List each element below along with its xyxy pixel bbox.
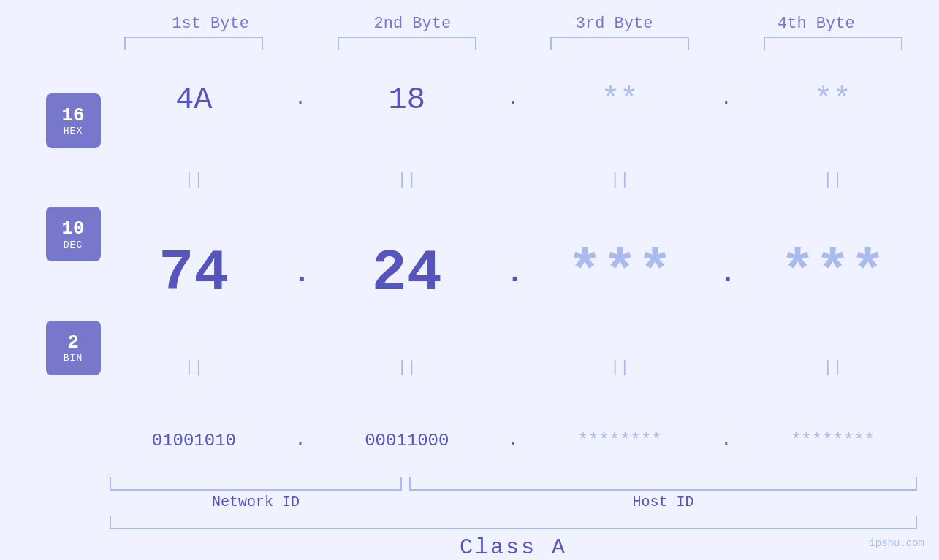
hex-b2: 18 <box>338 85 476 115</box>
eq2-b3: || <box>550 358 689 377</box>
byte1-header: 1st Byte <box>137 15 284 33</box>
class-section: Class A <box>0 516 939 560</box>
top-brackets <box>0 37 939 50</box>
hex-label: HEX <box>64 126 83 137</box>
bin-row: 01001010 . 00011000 . ******** . *******… <box>110 432 917 450</box>
bracket-b2 <box>338 37 476 50</box>
dec-badge: 10 DEC <box>46 207 101 261</box>
dec-label: DEC <box>64 239 83 250</box>
base-labels-col: 16 HEX 10 DEC 2 BIN <box>37 57 110 477</box>
hex-num: 16 <box>61 105 84 126</box>
eq2-b1: || <box>124 358 263 377</box>
equals-row-2: || || || || <box>110 358 917 377</box>
content-area: 16 HEX 10 DEC 2 BIN 4A . 18 . ** . ** <box>0 57 939 477</box>
bin-label: BIN <box>64 353 83 364</box>
equals-row-1: || || || || <box>110 171 917 189</box>
bracket-b1 <box>124 37 263 50</box>
network-id-bracket <box>110 477 402 491</box>
host-id-label: Host ID <box>409 494 917 510</box>
dec-b4: *** <box>764 245 902 303</box>
bracket-b3 <box>550 37 689 50</box>
id-brackets-container <box>110 477 917 491</box>
dec-b1: 74 <box>124 245 263 303</box>
watermark: ipshu.com <box>869 537 924 549</box>
eq1-b3: || <box>550 171 689 189</box>
hex-b4: ** <box>764 85 902 115</box>
eq1-b1: || <box>124 171 263 189</box>
eq1-b4: || <box>764 171 902 189</box>
class-label-row: Class A <box>110 535 917 560</box>
dec-b3: *** <box>550 245 689 303</box>
byte-headers: 1st Byte 2nd Byte 3rd Byte 4th Byte <box>0 15 939 33</box>
dec-dot3: . <box>719 259 734 288</box>
hex-b1: 4A <box>124 85 263 115</box>
network-id-label: Network ID <box>110 494 402 510</box>
bin-dot2: . <box>506 434 520 448</box>
class-label: Class A <box>460 535 567 560</box>
dec-dot1: . <box>293 259 308 288</box>
bin-b3: ******** <box>550 432 689 450</box>
bin-num: 2 <box>67 332 79 353</box>
dec-dot2: . <box>506 259 520 288</box>
hex-b3: ** <box>550 85 689 115</box>
bracket-b4 <box>764 37 902 50</box>
bin-dot3: . <box>719 434 734 448</box>
hex-dot2: . <box>506 93 520 107</box>
hex-badge: 16 HEX <box>46 93 101 148</box>
bin-badge: 2 BIN <box>46 321 101 375</box>
eq2-b2: || <box>338 358 476 377</box>
eq1-b2: || <box>338 171 476 189</box>
class-bracket <box>110 516 917 529</box>
eq2-b4: || <box>764 358 902 377</box>
hex-dot1: . <box>293 93 308 107</box>
main-container: 1st Byte 2nd Byte 3rd Byte 4th Byte 16 H… <box>0 0 939 560</box>
values-grid: 4A . 18 . ** . ** || || || || 74 <box>110 57 917 477</box>
dec-b2: 24 <box>338 245 476 303</box>
hex-dot3: . <box>719 93 734 107</box>
dec-num: 10 <box>61 218 84 239</box>
bin-dot1: . <box>293 434 308 448</box>
bin-b4: ******** <box>764 432 902 450</box>
byte2-header: 2nd Byte <box>339 15 485 33</box>
hex-row: 4A . 18 . ** . ** <box>110 85 917 115</box>
bin-b2: 00011000 <box>338 432 476 450</box>
byte4-header: 4th Byte <box>743 15 889 33</box>
bin-b1: 01001010 <box>124 432 263 450</box>
id-labels-container: Network ID Host ID <box>110 494 917 510</box>
dec-row: 74 . 24 . *** . *** <box>110 245 917 303</box>
id-section: Network ID Host ID <box>0 477 939 510</box>
byte3-header: 3rd Byte <box>541 15 688 33</box>
host-id-bracket <box>409 477 917 491</box>
